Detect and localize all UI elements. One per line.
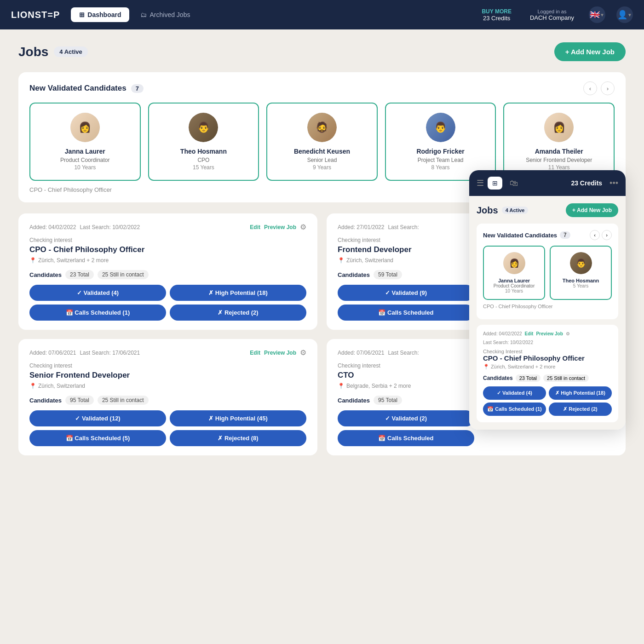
mobile-rejected-button[interactable]: ✗ Rejected (2) — [549, 402, 612, 416]
credits-section: BUY MORE 23 Credits — [482, 8, 511, 22]
dashboard-button[interactable]: ⊞ Dashboard — [71, 7, 129, 22]
mobile-credits: 23 Credits — [571, 179, 602, 187]
mobile-candidate-card[interactable]: 👨 Theo Hosmann 5 Years — [550, 246, 612, 300]
candidates-info: Candidates 23 Total 25 Still in contact — [29, 270, 306, 279]
candidates-total: 23 Total — [65, 270, 94, 279]
mobile-validated-count: 7 — [560, 231, 570, 239]
candidate-years: 11 Years — [512, 164, 606, 171]
logo: LIONST=P — [11, 10, 60, 20]
mobile-preview-link[interactable]: Preview Job — [536, 331, 563, 336]
mobile-more-icon[interactable]: ••• — [610, 178, 618, 188]
avatar: 🧔 — [307, 113, 337, 142]
job-card: Added: 07/06/2021 Last Search: 17/06/202… — [18, 339, 317, 455]
rejected-button[interactable]: ✗ Rejected (2) — [170, 305, 306, 321]
grid-icon: ⊞ — [492, 179, 498, 187]
avatar: 👩 — [70, 113, 100, 142]
candidates-info: Candidates 95 Total 25 Still in contact — [29, 396, 306, 405]
validated-button[interactable]: ✓ Validated (12) — [29, 410, 166, 426]
candidate-card[interactable]: 👩 Janna Laurer Product Coordinator 10 Ye… — [29, 103, 141, 181]
job-location: 📍 Zürich, Switzerland — [29, 383, 306, 389]
mobile-add-new-job-button[interactable]: + Add New Job — [566, 203, 618, 217]
mobile-menu-icon[interactable]: ☰ — [477, 178, 484, 188]
buy-more-label[interactable]: BUY MORE — [482, 8, 511, 15]
validated-button[interactable]: ✓ Validated (9) — [338, 285, 474, 301]
candidates-navigation: ‹ › — [583, 81, 615, 95]
mobile-high-potential-button[interactable]: ✗ High Potential (18) — [549, 386, 612, 400]
mobile-cpo-label: CPO - Chief Philosophy Officer — [483, 304, 612, 309]
validated-button[interactable]: ✓ Validated (2) — [338, 410, 474, 426]
calls-scheduled-button[interactable]: 📅 Calls Scheduled (1) — [29, 305, 166, 321]
candidate-name: Janna Laurer — [38, 148, 132, 155]
mobile-candidates-label: Candidates — [483, 375, 513, 381]
candidates-row: 👩 Janna Laurer Product Coordinator 10 Ye… — [29, 103, 615, 181]
validated-button[interactable]: ✓ Validated (4) — [29, 285, 166, 301]
candidate-card[interactable]: 👩 Amanda Theiler Senior Frontend Develop… — [503, 103, 615, 181]
candidates-prev-button[interactable]: ‹ — [583, 81, 597, 95]
job-card-meta: Added: 04/02/2022 Last Search: 10/02/202… — [29, 223, 306, 231]
high-potential-button[interactable]: ✗ High Potential (45) — [170, 410, 306, 426]
checking-interest-label: Checking interest — [29, 237, 306, 243]
edit-job-link[interactable]: Edit — [250, 224, 260, 230]
mobile-edit-link[interactable]: Edit — [525, 331, 534, 336]
mobile-jobs-header: Jobs 4 Active + Add New Job — [477, 203, 618, 217]
mobile-avatar: 👨 — [570, 252, 592, 274]
settings-icon[interactable]: ⚙ — [300, 223, 306, 231]
mobile-candidate-card[interactable]: 👩 Janna Laurer Product Coordinator 10 Ye… — [483, 246, 545, 300]
mobile-overlay: ☰ ⊞ 🛍 23 Credits ••• Jobs 4 Active + Add… — [469, 170, 626, 430]
calls-scheduled-button[interactable]: 📅 Calls Scheduled — [338, 430, 474, 446]
mobile-validated-button[interactable]: ✓ Validated (4) — [483, 386, 546, 400]
candidate-card[interactable]: 🧔 Benedicht Keusen Senior Lead 9 Years — [266, 103, 378, 181]
user-icon: 👤 — [617, 10, 627, 20]
candidates-next-button[interactable]: › — [601, 81, 615, 95]
mobile-candidates-nav: ‹ › — [590, 230, 612, 240]
jobs-header: Jobs 4 Active + Add New Job — [18, 42, 626, 61]
dashboard-icon: ⊞ — [79, 11, 85, 18]
settings-icon[interactable]: ⚙ — [300, 348, 306, 357]
job-title: Senior Frontend Developer — [29, 371, 306, 380]
navbar: LIONST=P ⊞ Dashboard 🗂 Archived Jobs BUY… — [0, 0, 644, 29]
candidate-years: 10 Years — [38, 164, 132, 171]
page-title: Jobs — [18, 45, 48, 59]
calls-scheduled-button[interactable]: 📅 Calls Scheduled (5) — [29, 430, 166, 446]
candidate-card[interactable]: 👨 Theo Hosmann CPO 15 Years — [148, 103, 259, 181]
add-new-job-button[interactable]: + Add New Job — [554, 42, 626, 61]
candidates-contact: 25 Still in contact — [98, 270, 149, 279]
user-menu[interactable]: 👤 ▼ — [616, 6, 633, 23]
mobile-validated-header: New Validated Candidates 7 ‹ › — [483, 230, 612, 240]
mobile-calls-scheduled-button[interactable]: 📅 Calls Scheduled (1) — [483, 402, 546, 416]
calls-scheduled-button[interactable]: 📅 Calls Scheduled — [338, 305, 474, 321]
candidate-role: CPO — [156, 157, 251, 163]
chevron-down-icon: ▼ — [627, 12, 632, 17]
mobile-gear-icon[interactable]: ⚙ — [566, 331, 570, 336]
mobile-job-location: 📍 Zürich, Switzerland + 2 more — [483, 364, 612, 370]
edit-job-link[interactable]: Edit — [250, 350, 260, 356]
mobile-prev-button[interactable]: ‹ — [590, 230, 600, 240]
job-last-search: Last Search: 17/06/2021 — [80, 350, 140, 356]
logged-as-label: Logged in as — [530, 9, 574, 14]
mobile-jobs-title: Jobs — [477, 205, 498, 216]
mobile-body: Jobs 4 Active + Add New Job New Validate… — [469, 196, 626, 430]
candidates-contact: 25 Still in contact — [98, 396, 149, 405]
mobile-dashboard-icon[interactable]: ⊞ — [488, 177, 502, 190]
job-added-date: Added: 07/06/2021 — [29, 350, 76, 356]
candidate-name: Benedicht Keusen — [275, 148, 369, 155]
rejected-button[interactable]: ✗ Rejected (8) — [170, 430, 306, 446]
company-name: DACH Company — [530, 14, 574, 21]
preview-job-link[interactable]: Preview Job — [264, 350, 296, 356]
mobile-job-meta: Added: 04/02/2022 Edit Preview Job ⚙ — [483, 331, 612, 336]
preview-job-link[interactable]: Preview Job — [264, 224, 296, 230]
mobile-validated-section: New Validated Candidates 7 ‹ › 👩 Janna L… — [477, 224, 618, 319]
language-selector[interactable]: 🇬🇧 ▼ — [589, 6, 605, 23]
mobile-next-button[interactable]: › — [602, 230, 612, 240]
high-potential-button[interactable]: ✗ High Potential (18) — [170, 285, 306, 301]
candidate-card[interactable]: 👨 Rodrigo Fricker Project Team Lead 8 Ye… — [385, 103, 496, 181]
mobile-shop-icon[interactable]: 🛍 — [510, 178, 518, 188]
avatar: 👨 — [426, 113, 455, 142]
mobile-avatar: 👩 — [503, 252, 525, 274]
mobile-candidates-contact: 25 Still in contact — [543, 374, 589, 382]
job-last-search: Last Search: — [388, 350, 419, 356]
archived-jobs-link[interactable]: 🗂 Archived Jobs — [140, 11, 190, 18]
mobile-candidate-name: Janna Laurer — [489, 278, 540, 283]
job-added-date: Added: 27/01/2022 — [338, 224, 384, 230]
candidates-total: 59 Total — [374, 270, 402, 279]
